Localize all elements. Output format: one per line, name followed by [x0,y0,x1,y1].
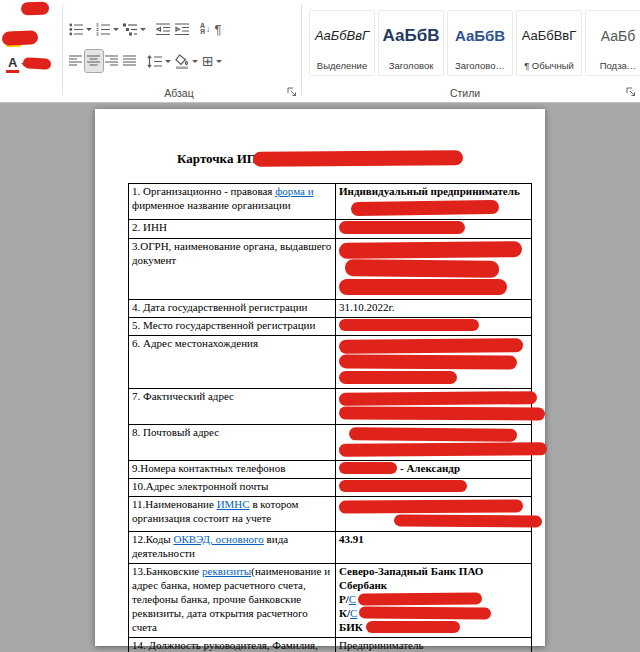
styles-gallery: АаБбВвГ Выделение АаБбВ Заголовок АаБбВ … [309,10,640,76]
decrease-indent-button[interactable] [154,18,173,40]
style-card-subtitle[interactable]: АаБб Подза… [585,10,640,76]
style-preview: АаБбВ [383,11,440,60]
paragraph-dialog-launcher-icon[interactable] [287,87,297,97]
row12-value: 43.91 [336,531,532,563]
chevron-down-icon [86,28,92,31]
paragraph-group-row1: АЯ ↓ ¶ [67,18,224,40]
bank-corr-line: К/С [339,607,528,621]
row14-label: 14. Должность руководителя, Фамилия, Имя… [129,637,336,652]
row9-value: - Александр [336,460,532,478]
align-center-icon [87,55,101,67]
redaction-mark [351,200,499,216]
table-row: 6. Адрес местонахождения [129,335,532,388]
row3-label: 3.ОГРН, наименование органа, выдавшего д… [129,238,336,299]
chevron-down-icon [165,60,171,63]
style-label: ¶ Обычный [524,60,574,75]
justify-button[interactable] [121,50,139,72]
multilevel-list-button[interactable] [121,18,148,40]
table-row: 13.Банковские реквизиты(наименование и а… [129,563,532,637]
paragraph-group-row2: ⊞ [67,50,224,72]
redaction-mark [339,371,457,384]
line-spacing-button[interactable] [145,50,173,72]
redaction-mark [349,427,517,441]
row10-label: 10.Адрес электронной почты [129,478,336,496]
row7-label: 7. Фактический адрес [129,388,336,424]
bank-bik-line: БИК [339,621,528,635]
table-row: 10.Адрес электронной почты [129,478,532,496]
group-divider [301,5,302,95]
redaction-mark [359,606,491,619]
shading-button[interactable] [173,50,200,72]
bank-name: Северо-Западный Банк ПАО Сбербанк [339,565,528,593]
borders-icon: ⊞ [202,54,214,68]
redaction-mark [339,480,467,492]
increase-indent-button[interactable] [173,18,192,40]
group-divider [62,5,63,95]
font-color-icon: А [6,55,19,74]
bank-account-line: Р/С [339,593,528,607]
table-row: 12.Коды ОКВЭД, основного вида деятельнос… [129,531,532,563]
row13-label: 13.Банковские реквизиты(наименование и а… [129,563,336,637]
redaction-mark [21,2,49,16]
redaction-mark [358,592,482,605]
document-page[interactable]: Карточка ИП 1. Организационно - правовая… [95,109,545,646]
hyperlink[interactable]: С [350,607,357,619]
word-window: ab А [0,0,640,652]
hyperlink[interactable]: реквизиты [202,565,251,577]
align-center-button[interactable] [85,50,103,72]
table-row: 14. Должность руководителя, Фамилия, Имя… [129,637,532,652]
redaction-mark [23,57,52,70]
redaction-mark [339,279,507,295]
numbered-list-icon [96,23,111,36]
table-row: 8. Почтовый адрес [129,424,532,460]
decrease-indent-icon [156,23,171,36]
borders-button[interactable]: ⊞ [200,50,224,72]
row1-label: 1. Организационно - правовая форма и фир… [129,184,336,220]
row5-value [336,317,532,335]
redaction-mark [339,221,465,234]
paragraph-group-label: Абзац [66,87,292,99]
document-title: Карточка ИП [95,151,545,167]
table-row: 7. Фактический адрес [129,388,532,424]
bullet-list-button[interactable] [67,18,94,40]
style-card-emphasis[interactable]: АаБбВвГ Выделение [309,10,375,76]
align-right-button[interactable] [103,50,121,72]
style-preview: АаБбВвГ [522,11,577,60]
table-row: 9.Номера контактных телефонов - Александ… [129,460,532,478]
style-preview: АаБб [601,11,636,60]
row10-value [336,478,532,496]
style-card-heading1[interactable]: АаБбВ Заголовок [378,10,444,76]
row3-value [336,238,532,299]
row7-value [336,388,532,424]
redaction-mark [339,391,537,406]
sort-button[interactable]: АЯ ↓ [198,18,213,40]
hyperlink[interactable]: форма и [275,185,313,197]
redaction-mark [2,30,39,46]
style-preview: АаБбВ [455,11,505,60]
row14-value: Предприниматель [336,637,532,652]
row11-value [336,496,532,531]
chevron-down-icon [192,60,198,63]
show-paragraph-marks-button[interactable]: ¶ [213,18,224,40]
hyperlink[interactable]: ИМНС [217,498,250,510]
row8-value [336,424,532,460]
style-card-normal[interactable]: АаБбВвГ ¶ Обычный [516,10,582,76]
styles-dialog-launcher-icon[interactable] [626,87,636,97]
align-left-icon [69,55,83,67]
style-label: Заголово… [455,60,505,75]
align-right-icon [105,55,119,67]
row9-label: 9.Номера контактных телефонов [129,460,336,478]
sort-icon: АЯ ↓ [200,23,211,36]
justify-icon [123,55,137,67]
chevron-down-icon [216,60,222,63]
hyperlink[interactable]: ОКВЭД, основного [173,533,263,545]
align-left-button[interactable] [67,50,85,72]
ribbon: ab А [0,0,640,103]
hyperlink[interactable]: С [349,593,356,605]
redaction-mark [339,406,545,420]
info-table: 1. Организационно - правовая форма и фир… [128,183,532,652]
table-row: 11.Наименование ИМНС в котором организац… [129,496,532,531]
multilevel-list-icon [123,23,138,36]
numbered-list-button[interactable] [94,18,121,40]
style-card-heading2[interactable]: АаБбВ Заголово… [447,10,513,76]
